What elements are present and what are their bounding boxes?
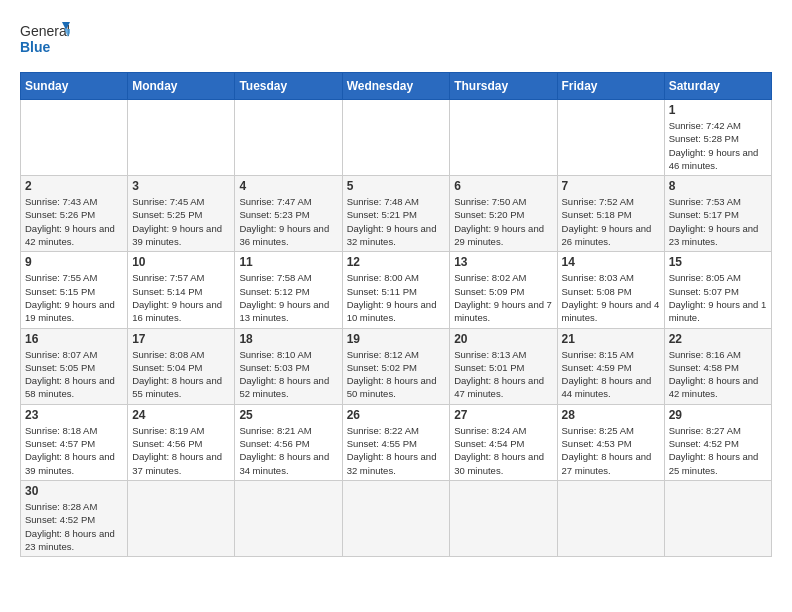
day-info: Sunrise: 8:05 AM Sunset: 5:07 PM Dayligh… [669, 271, 767, 324]
logo-svg: General Blue [20, 20, 70, 62]
day-number: 18 [239, 332, 337, 346]
calendar-week-1: 1Sunrise: 7:42 AM Sunset: 5:28 PM Daylig… [21, 100, 772, 176]
calendar-cell: 20Sunrise: 8:13 AM Sunset: 5:01 PM Dayli… [450, 328, 557, 404]
calendar-cell [557, 100, 664, 176]
calendar-cell: 10Sunrise: 7:57 AM Sunset: 5:14 PM Dayli… [128, 252, 235, 328]
day-info: Sunrise: 8:13 AM Sunset: 5:01 PM Dayligh… [454, 348, 552, 401]
day-info: Sunrise: 7:48 AM Sunset: 5:21 PM Dayligh… [347, 195, 446, 248]
svg-text:General: General [20, 23, 70, 39]
day-number: 28 [562, 408, 660, 422]
day-info: Sunrise: 7:55 AM Sunset: 5:15 PM Dayligh… [25, 271, 123, 324]
calendar-cell [235, 100, 342, 176]
calendar-cell: 27Sunrise: 8:24 AM Sunset: 4:54 PM Dayli… [450, 404, 557, 480]
calendar-cell: 26Sunrise: 8:22 AM Sunset: 4:55 PM Dayli… [342, 404, 450, 480]
day-number: 17 [132, 332, 230, 346]
calendar-header-row: SundayMondayTuesdayWednesdayThursdayFrid… [21, 73, 772, 100]
calendar-cell [21, 100, 128, 176]
day-info: Sunrise: 8:16 AM Sunset: 4:58 PM Dayligh… [669, 348, 767, 401]
calendar-cell: 8Sunrise: 7:53 AM Sunset: 5:17 PM Daylig… [664, 176, 771, 252]
calendar-week-6: 30Sunrise: 8:28 AM Sunset: 4:52 PM Dayli… [21, 480, 772, 556]
day-info: Sunrise: 8:28 AM Sunset: 4:52 PM Dayligh… [25, 500, 123, 553]
svg-text:Blue: Blue [20, 39, 51, 55]
day-info: Sunrise: 8:24 AM Sunset: 4:54 PM Dayligh… [454, 424, 552, 477]
day-info: Sunrise: 8:18 AM Sunset: 4:57 PM Dayligh… [25, 424, 123, 477]
calendar-cell [342, 480, 450, 556]
day-number: 6 [454, 179, 552, 193]
calendar-cell: 23Sunrise: 8:18 AM Sunset: 4:57 PM Dayli… [21, 404, 128, 480]
calendar-cell: 30Sunrise: 8:28 AM Sunset: 4:52 PM Dayli… [21, 480, 128, 556]
day-info: Sunrise: 7:52 AM Sunset: 5:18 PM Dayligh… [562, 195, 660, 248]
calendar-cell: 22Sunrise: 8:16 AM Sunset: 4:58 PM Dayli… [664, 328, 771, 404]
day-info: Sunrise: 8:07 AM Sunset: 5:05 PM Dayligh… [25, 348, 123, 401]
calendar-cell: 9Sunrise: 7:55 AM Sunset: 5:15 PM Daylig… [21, 252, 128, 328]
calendar-cell: 11Sunrise: 7:58 AM Sunset: 5:12 PM Dayli… [235, 252, 342, 328]
day-info: Sunrise: 7:57 AM Sunset: 5:14 PM Dayligh… [132, 271, 230, 324]
day-number: 2 [25, 179, 123, 193]
day-info: Sunrise: 8:19 AM Sunset: 4:56 PM Dayligh… [132, 424, 230, 477]
calendar-week-2: 2Sunrise: 7:43 AM Sunset: 5:26 PM Daylig… [21, 176, 772, 252]
day-info: Sunrise: 8:12 AM Sunset: 5:02 PM Dayligh… [347, 348, 446, 401]
calendar-cell: 25Sunrise: 8:21 AM Sunset: 4:56 PM Dayli… [235, 404, 342, 480]
calendar-cell: 4Sunrise: 7:47 AM Sunset: 5:23 PM Daylig… [235, 176, 342, 252]
day-number: 16 [25, 332, 123, 346]
calendar-week-3: 9Sunrise: 7:55 AM Sunset: 5:15 PM Daylig… [21, 252, 772, 328]
day-number: 23 [25, 408, 123, 422]
day-number: 21 [562, 332, 660, 346]
day-number: 22 [669, 332, 767, 346]
day-number: 30 [25, 484, 123, 498]
calendar-cell: 5Sunrise: 7:48 AM Sunset: 5:21 PM Daylig… [342, 176, 450, 252]
logo: General Blue [20, 20, 70, 62]
calendar-cell: 16Sunrise: 8:07 AM Sunset: 5:05 PM Dayli… [21, 328, 128, 404]
day-number: 5 [347, 179, 446, 193]
day-number: 11 [239, 255, 337, 269]
day-number: 4 [239, 179, 337, 193]
calendar-cell [342, 100, 450, 176]
day-info: Sunrise: 8:02 AM Sunset: 5:09 PM Dayligh… [454, 271, 552, 324]
calendar-cell [557, 480, 664, 556]
day-info: Sunrise: 8:22 AM Sunset: 4:55 PM Dayligh… [347, 424, 446, 477]
day-number: 15 [669, 255, 767, 269]
calendar-header-sunday: Sunday [21, 73, 128, 100]
calendar-cell: 1Sunrise: 7:42 AM Sunset: 5:28 PM Daylig… [664, 100, 771, 176]
calendar-header-wednesday: Wednesday [342, 73, 450, 100]
day-number: 1 [669, 103, 767, 117]
calendar-cell: 18Sunrise: 8:10 AM Sunset: 5:03 PM Dayli… [235, 328, 342, 404]
calendar-cell: 17Sunrise: 8:08 AM Sunset: 5:04 PM Dayli… [128, 328, 235, 404]
calendar-table: SundayMondayTuesdayWednesdayThursdayFrid… [20, 72, 772, 557]
day-number: 29 [669, 408, 767, 422]
day-number: 19 [347, 332, 446, 346]
header: General Blue [20, 20, 772, 62]
day-number: 3 [132, 179, 230, 193]
calendar-cell: 13Sunrise: 8:02 AM Sunset: 5:09 PM Dayli… [450, 252, 557, 328]
calendar-header-friday: Friday [557, 73, 664, 100]
day-number: 8 [669, 179, 767, 193]
day-info: Sunrise: 8:21 AM Sunset: 4:56 PM Dayligh… [239, 424, 337, 477]
calendar-cell [235, 480, 342, 556]
day-info: Sunrise: 8:25 AM Sunset: 4:53 PM Dayligh… [562, 424, 660, 477]
day-number: 26 [347, 408, 446, 422]
day-info: Sunrise: 8:03 AM Sunset: 5:08 PM Dayligh… [562, 271, 660, 324]
calendar-week-4: 16Sunrise: 8:07 AM Sunset: 5:05 PM Dayli… [21, 328, 772, 404]
day-info: Sunrise: 7:47 AM Sunset: 5:23 PM Dayligh… [239, 195, 337, 248]
day-info: Sunrise: 8:10 AM Sunset: 5:03 PM Dayligh… [239, 348, 337, 401]
calendar-cell: 3Sunrise: 7:45 AM Sunset: 5:25 PM Daylig… [128, 176, 235, 252]
calendar-cell [450, 100, 557, 176]
day-info: Sunrise: 7:58 AM Sunset: 5:12 PM Dayligh… [239, 271, 337, 324]
day-info: Sunrise: 8:08 AM Sunset: 5:04 PM Dayligh… [132, 348, 230, 401]
calendar-cell: 24Sunrise: 8:19 AM Sunset: 4:56 PM Dayli… [128, 404, 235, 480]
calendar-week-5: 23Sunrise: 8:18 AM Sunset: 4:57 PM Dayli… [21, 404, 772, 480]
day-info: Sunrise: 7:43 AM Sunset: 5:26 PM Dayligh… [25, 195, 123, 248]
calendar-cell: 28Sunrise: 8:25 AM Sunset: 4:53 PM Dayli… [557, 404, 664, 480]
day-info: Sunrise: 8:15 AM Sunset: 4:59 PM Dayligh… [562, 348, 660, 401]
calendar-cell: 15Sunrise: 8:05 AM Sunset: 5:07 PM Dayli… [664, 252, 771, 328]
day-number: 14 [562, 255, 660, 269]
calendar-header-saturday: Saturday [664, 73, 771, 100]
day-info: Sunrise: 7:53 AM Sunset: 5:17 PM Dayligh… [669, 195, 767, 248]
calendar-cell [128, 480, 235, 556]
day-number: 20 [454, 332, 552, 346]
calendar-cell [664, 480, 771, 556]
day-number: 7 [562, 179, 660, 193]
calendar-cell: 14Sunrise: 8:03 AM Sunset: 5:08 PM Dayli… [557, 252, 664, 328]
calendar-cell [128, 100, 235, 176]
day-info: Sunrise: 7:45 AM Sunset: 5:25 PM Dayligh… [132, 195, 230, 248]
